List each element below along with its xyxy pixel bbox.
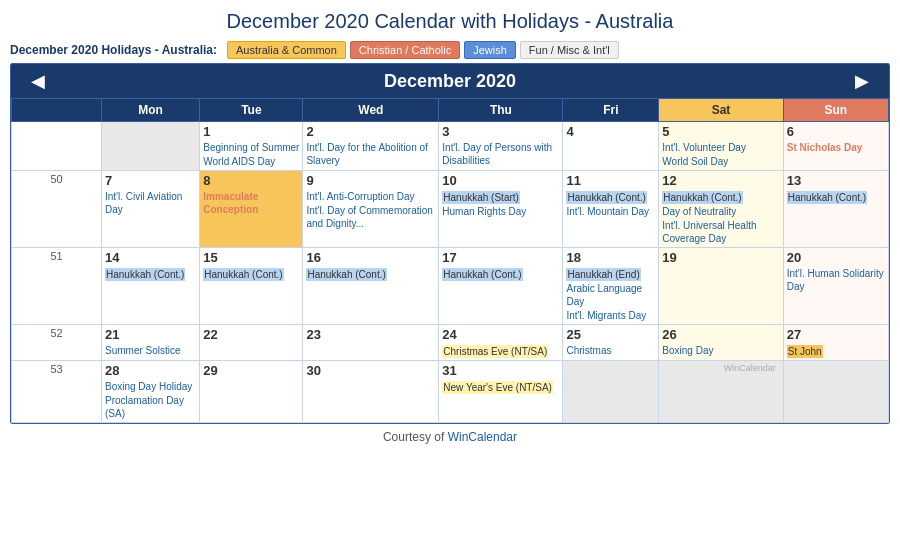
day-cell-empty4 xyxy=(783,361,888,423)
day-cell-17: 17 Hanukkah (Cont.) xyxy=(439,248,563,325)
day-cell-14: 14 Hanukkah (Cont.) xyxy=(102,248,200,325)
courtesy-line: Courtesy of WinCalendar xyxy=(10,424,890,446)
table-row: 51 14 Hanukkah (Cont.) 15 Hanukkah (Cont… xyxy=(12,248,889,325)
filter-australia[interactable]: Australia & Common xyxy=(227,41,346,59)
day-cell-empty3: WinCalendar xyxy=(659,361,783,423)
day-cell-10: 10 Hanukkah (Start) Human Rights Day xyxy=(439,171,563,248)
table-row: 53 28 Boxing Day Holiday Proclamation Da… xyxy=(12,361,889,423)
page-title: December 2020 Calendar with Holidays - A… xyxy=(10,10,890,33)
header-mon: Mon xyxy=(102,99,200,122)
table-row: 50 7 Int'l. Civil Aviation Day 8 Immacul… xyxy=(12,171,889,248)
header-wed: Wed xyxy=(303,99,439,122)
week-num-53: 53 xyxy=(12,361,102,423)
day-cell-24: 24 Christmas Eve (NT/SA) xyxy=(439,325,563,361)
calendar: ◀ December 2020 ▶ Mon Tue Wed Thu Fri Sa… xyxy=(10,63,890,424)
day-cell-9: 9 Int'l. Anti-Corruption Day Int'l. Day … xyxy=(303,171,439,248)
day-cell-12: 12 Hanukkah (Cont.) Day of Neutrality In… xyxy=(659,171,783,248)
day-cell-23: 23 xyxy=(303,325,439,361)
header-sun: Sun xyxy=(783,99,888,122)
calendar-header: ◀ December 2020 ▶ xyxy=(11,64,889,98)
day-cell-5: 5 Int'l. Volunteer Day World Soil Day xyxy=(659,122,783,171)
wincalendar-link[interactable]: WinCalendar xyxy=(448,430,517,444)
week-num-header xyxy=(12,99,102,122)
table-row: 1 Beginning of Summer World AIDS Day 2 I… xyxy=(12,122,889,171)
day-cell-28: 28 Boxing Day Holiday Proclamation Day (… xyxy=(102,361,200,423)
day-cell-empty2 xyxy=(563,361,659,423)
month-title: December 2020 xyxy=(384,71,516,92)
day-cell-25: 25 Christmas xyxy=(563,325,659,361)
week-num-52: 52 xyxy=(12,325,102,361)
day-cell-30: 30 xyxy=(303,361,439,423)
header-tue: Tue xyxy=(200,99,303,122)
day-cell-11: 11 Hanukkah (Cont.) Int'l. Mountain Day xyxy=(563,171,659,248)
week-num-51: 51 xyxy=(12,248,102,325)
day-cell-empty1 xyxy=(102,122,200,171)
week-num-49 xyxy=(12,122,102,171)
header-thu: Thu xyxy=(439,99,563,122)
filter-fun[interactable]: Fun / Misc & Int'l xyxy=(520,41,619,59)
day-cell-7: 7 Int'l. Civil Aviation Day xyxy=(102,171,200,248)
filter-label: December 2020 Holidays - Australia: xyxy=(10,43,217,57)
prev-month-button[interactable]: ◀ xyxy=(23,70,53,92)
calendar-table: Mon Tue Wed Thu Fri Sat Sun 1 Beginning … xyxy=(11,98,889,423)
header-sat: Sat xyxy=(659,99,783,122)
day-cell-18: 18 Hanukkah (End) Arabic Language Day In… xyxy=(563,248,659,325)
day-cell-15: 15 Hanukkah (Cont.) xyxy=(200,248,303,325)
day-cell-1: 1 Beginning of Summer World AIDS Day xyxy=(200,122,303,171)
day-cell-31: 31 New Year's Eve (NT/SA) xyxy=(439,361,563,423)
day-cell-2: 2 Int'l. Day for the Abolition of Slaver… xyxy=(303,122,439,171)
wincal-credit: WinCalendar xyxy=(662,363,779,373)
day-cell-21: 21 Summer Solstice xyxy=(102,325,200,361)
filter-christian[interactable]: Christian / Catholic xyxy=(350,41,460,59)
header-fri: Fri xyxy=(563,99,659,122)
day-cell-19: 19 xyxy=(659,248,783,325)
day-cell-8: 8 Immaculate Conception xyxy=(200,171,303,248)
week-num-50: 50 xyxy=(12,171,102,248)
filter-jewish[interactable]: Jewish xyxy=(464,41,516,59)
day-cell-3: 3 Int'l. Day of Persons with Disabilitie… xyxy=(439,122,563,171)
day-cell-22: 22 xyxy=(200,325,303,361)
day-cell-26: 26 Boxing Day xyxy=(659,325,783,361)
day-cell-20: 20 Int'l. Human Solidarity Day xyxy=(783,248,888,325)
day-cell-13: 13 Hanukkah (Cont.) xyxy=(783,171,888,248)
day-cell-27: 27 St John xyxy=(783,325,888,361)
day-cell-16: 16 Hanukkah (Cont.) xyxy=(303,248,439,325)
table-row: 52 21 Summer Solstice 22 23 24 Christmas… xyxy=(12,325,889,361)
day-cell-29: 29 xyxy=(200,361,303,423)
filter-row: December 2020 Holidays - Australia: Aust… xyxy=(10,41,890,59)
next-month-button[interactable]: ▶ xyxy=(847,70,877,92)
day-cell-4: 4 xyxy=(563,122,659,171)
day-cell-6: 6 St Nicholas Day xyxy=(783,122,888,171)
